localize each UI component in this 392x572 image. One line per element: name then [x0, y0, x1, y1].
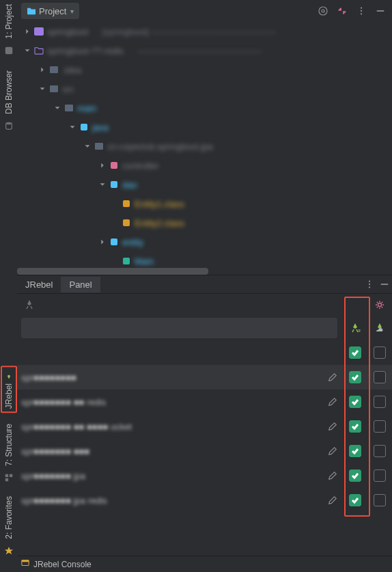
svg-rect-18	[22, 560, 29, 562]
package-blue-icon	[109, 179, 120, 190]
tree-node-label: cn.ruiyeclub.springboot.jpa	[107, 141, 213, 152]
tab-jrebel[interactable]: JRebel	[17, 277, 61, 292]
jrebel-module-table: spr■■■■■■■■ spr■■■■■■■ ■■ redis spr■■■■■…	[17, 340, 392, 513]
gutter-db-browser[interactable]: DB Browser	[1, 66, 16, 118]
svg-point-9	[361, 13, 362, 14]
jrebel-rocket-icon	[3, 370, 14, 381]
expand-arrow-icon[interactable]	[53, 103, 62, 113]
edit-button[interactable]	[322, 471, 343, 480]
checkbox-jrebel[interactable]	[349, 445, 361, 457]
database-icon	[4, 121, 14, 131]
svg-rect-0	[5, 46, 12, 54]
expand-arrow-icon[interactable]	[68, 122, 77, 132]
tree-node-label: java	[92, 122, 109, 133]
hide-icon[interactable]	[377, 277, 392, 292]
tree-node-label: controller	[122, 161, 158, 171]
tab-panel[interactable]: Panel	[61, 277, 100, 292]
structure-icon	[4, 473, 14, 482]
run-icon	[121, 256, 132, 267]
edit-button[interactable]	[322, 372, 343, 382]
edit-button[interactable]	[322, 446, 343, 456]
svg-rect-3	[9, 474, 12, 477]
gutter-structure[interactable]: 7: Structure	[1, 420, 16, 470]
tree-node-label: Main	[135, 256, 154, 267]
check-all-jrebel[interactable]	[349, 346, 361, 359]
target-icon[interactable]	[316, 3, 331, 18]
svg-point-7	[361, 7, 362, 8]
checkbox-jrebel[interactable]	[349, 396, 361, 408]
checkbox-jrebel[interactable]	[349, 420, 361, 433]
jrebel-filter-row: JR	[17, 316, 392, 340]
svg-point-13	[369, 286, 370, 288]
svg-rect-14	[381, 284, 389, 285]
project-tree[interactable]: springboot [springboot] —————————————— s…	[17, 22, 392, 275]
gutter-label: 1: Project	[4, 4, 14, 39]
package-icon	[94, 141, 104, 152]
class-icon	[121, 198, 132, 209]
checkbox-jrebel[interactable]	[349, 371, 361, 383]
table-row[interactable]: spr■■■■■■■ jpa redis	[17, 488, 392, 513]
bottom-label[interactable]: JRebel Console	[33, 560, 92, 569]
checkbox-jrebel[interactable]	[349, 469, 361, 482]
edit-button[interactable]	[322, 397, 343, 407]
expand-arrow-icon[interactable]	[83, 141, 92, 151]
gutter-favorites[interactable]: 2: Favorites	[1, 492, 16, 543]
module-name: spr■■■■■■■ jpa	[21, 471, 322, 481]
table-row[interactable]: spr■■■■■■■ ■■ redis	[17, 390, 392, 414]
gear-icon[interactable]	[372, 297, 388, 313]
jrebel-rocket-icon[interactable]	[21, 297, 38, 313]
checkbox-cloud[interactable]	[374, 371, 386, 383]
gutter-jrebel[interactable]: JRebel	[1, 366, 17, 413]
jrebel-console-icon[interactable]	[21, 559, 29, 569]
checkbox-cloud[interactable]	[374, 445, 386, 457]
left-tool-gutter: 1: Project DB Browser JRebel 7: Structur…	[0, 0, 17, 572]
expand-arrow-icon[interactable]	[98, 237, 107, 247]
gutter-label: JRebel	[4, 383, 14, 409]
table-row[interactable]: spr■■■■■■■■	[17, 365, 392, 390]
edit-button[interactable]	[322, 495, 343, 505]
col-cloud-icon[interactable]	[367, 316, 392, 340]
module-name: spr■■■■■■■ ■■ ■■■■ ocket	[21, 422, 322, 432]
project-view-selector[interactable]: Project ▾	[21, 3, 79, 19]
search-input[interactable]	[21, 318, 337, 338]
checkbox-cloud[interactable]	[374, 396, 386, 408]
table-row[interactable]: spr■■■■■■■ jpa	[17, 463, 392, 488]
checkbox-jrebel[interactable]	[349, 494, 361, 506]
edit-button[interactable]	[322, 422, 343, 431]
checkbox-cloud[interactable]	[374, 420, 386, 433]
col-jrebel-icon[interactable]: JR	[343, 316, 367, 340]
project-title-text: Project	[39, 6, 66, 16]
hide-icon[interactable]	[373, 3, 388, 18]
expand-arrow-icon[interactable]	[23, 46, 32, 55]
folder-icon	[48, 64, 59, 75]
module-name: spr■■■■■■■ ■■ redis	[21, 397, 322, 407]
tree-node-label: entity	[122, 237, 143, 247]
gutter-project[interactable]: 1: Project	[1, 0, 16, 43]
svg-point-12	[369, 284, 370, 285]
more-icon[interactable]	[362, 277, 377, 292]
expand-arrow-icon[interactable]	[38, 84, 47, 94]
check-all-cloud[interactable]	[374, 346, 386, 359]
svg-rect-4	[5, 478, 8, 481]
folder-open-icon	[33, 45, 44, 56]
module-name: spr■■■■■■■ jpa redis	[21, 495, 322, 506]
table-row[interactable]: spr■■■■■■■ ■■ ■■■■ ocket	[17, 414, 392, 439]
package-pink-icon	[109, 160, 120, 171]
tree-node-label: dao	[122, 180, 137, 190]
checkbox-cloud[interactable]	[374, 494, 386, 506]
tree-node-label: Entity2.class	[135, 218, 184, 228]
more-icon[interactable]	[354, 3, 369, 18]
collapse-icon[interactable]	[335, 3, 350, 18]
tree-node-aux: ——————————————	[137, 46, 262, 56]
expand-arrow-icon[interactable]	[98, 180, 107, 189]
expand-arrow-icon[interactable]	[98, 161, 107, 170]
horizontal-scrollbar[interactable]	[17, 268, 208, 275]
tree-node-label: src	[62, 84, 74, 94]
tree-node-label: .idea	[62, 65, 81, 75]
expand-arrow-icon[interactable]	[38, 65, 47, 74]
project-toolwindow-header: Project ▾	[17, 0, 392, 22]
expand-arrow-icon[interactable]	[23, 27, 32, 36]
svg-rect-2	[5, 474, 8, 477]
table-row[interactable]: spr■■■■■■■ ■■■	[17, 439, 392, 463]
checkbox-cloud[interactable]	[374, 469, 386, 482]
